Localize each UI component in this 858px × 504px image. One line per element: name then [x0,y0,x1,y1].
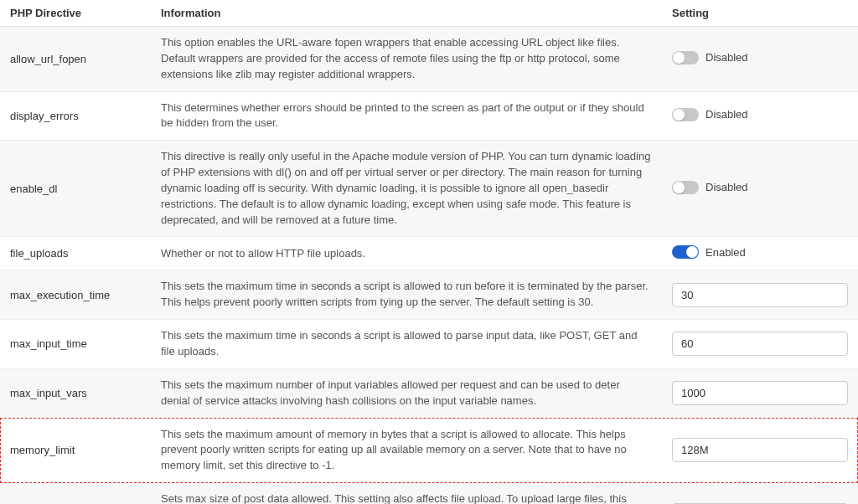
input-max-execution-time[interactable] [672,283,848,307]
directive-name: memory_limit [0,418,151,483]
directive-information: This sets the maximum time in seconds a … [151,270,662,320]
directive-setting-cell: Disabled [662,27,858,92]
toggle-knob [673,52,685,64]
table-row: max_input_varsThis sets the maximum numb… [0,368,858,418]
table-row: memory_limitThis sets the maximum amount… [0,418,858,483]
directive-information: This option enables the URL-aware fopen … [151,27,662,92]
directive-setting-cell [662,320,858,369]
toggle-track[interactable] [672,245,699,259]
input-max-input-vars[interactable] [672,381,848,405]
directive-setting-cell [662,368,858,418]
input-memory-limit[interactable] [672,438,848,462]
toggle-label: Disabled [706,51,748,64]
directive-setting-cell: Enabled [662,237,858,270]
directive-name: allow_url_fopen [0,27,151,92]
table-row: file_uploadsWhether or not to allow HTTP… [0,237,858,270]
table-row: max_input_timeThis sets the maximum time… [0,320,858,369]
input-max-input-time[interactable] [672,332,848,356]
directive-name: display_errors [0,91,151,141]
directive-name: max_input_time [0,320,151,369]
directive-setting-cell: Disabled [662,141,858,237]
table-row: enable_dlThis directive is really only u… [0,141,858,237]
toggle-label: Enabled [706,246,746,259]
toggle-track[interactable] [672,51,699,64]
directive-name: file_uploads [0,237,151,270]
directive-name: max_input_vars [0,368,151,418]
toggle-track[interactable] [672,108,699,121]
toggle-enable-dl[interactable]: Disabled [672,181,748,194]
toggle-display-errors[interactable]: Disabled [672,108,748,121]
directive-information: This sets the maximum time in seconds a … [151,320,662,369]
toggle-knob [673,109,685,121]
toggle-file-uploads[interactable]: Enabled [672,245,746,259]
directive-information: This determines whether errors should be… [151,91,662,141]
directive-information: This sets the maximum amount of memory i… [151,418,662,483]
php-directives-table: PHP Directive Information Setting allow_… [0,0,858,504]
column-header-setting: Setting [662,0,858,27]
directive-information: Sets max size of post data allowed. This… [151,483,662,504]
toggle-knob [673,182,685,193]
toggle-label: Disabled [706,181,748,193]
directive-setting-cell [662,270,858,320]
table-row: display_errorsThis determines whether er… [0,91,858,141]
directive-name: enable_dl [0,141,151,237]
toggle-label: Disabled [706,108,748,121]
directive-information: This directive is really only useful in … [151,141,662,237]
directive-name: max_execution_time [0,270,151,320]
column-header-directive: PHP Directive [0,0,151,27]
toggle-track[interactable] [672,181,699,194]
directive-information: Whether or not to allow HTTP file upload… [151,237,662,270]
table-row: allow_url_fopenThis option enables the U… [0,27,858,92]
table-row: max_execution_timeThis sets the maximum … [0,270,858,320]
directive-setting-cell [662,418,858,483]
directive-information: This sets the maximum number of input va… [151,368,662,418]
directive-setting-cell: Disabled [662,91,858,141]
toggle-knob [686,246,698,258]
column-header-information: Information [151,0,662,27]
directive-name: post_max_size [0,483,151,504]
table-header-row: PHP Directive Information Setting [0,0,858,27]
toggle-allow-url-fopen[interactable]: Disabled [672,51,748,64]
table-row: post_max_sizeSets max size of post data … [0,483,858,504]
directive-setting-cell [662,483,858,504]
